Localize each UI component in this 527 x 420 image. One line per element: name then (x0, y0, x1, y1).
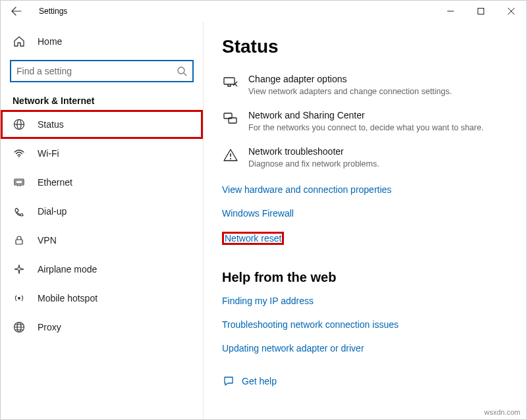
setting-title: Network troubleshooter (248, 145, 379, 159)
help-link-ip[interactable]: Finding my IP address (222, 296, 314, 306)
svg-rect-7 (16, 240, 22, 244)
setting-desc: View network adapters and change connect… (248, 86, 452, 98)
sidebar-item-vpn[interactable]: VPN (1, 226, 203, 255)
wifi-icon (13, 147, 26, 160)
search-placeholder: Find a setting (16, 66, 173, 76)
adapter-icon (222, 74, 239, 92)
proxy-icon (13, 321, 26, 334)
get-help-row[interactable]: Get help (222, 375, 508, 388)
settings-window: Settings Home Find a set (0, 0, 527, 420)
help-link-troubleshoot[interactable]: Troubleshooting network connection issue… (222, 319, 399, 330)
airplane-icon (13, 263, 26, 276)
sidebar-item-label: Dial-up (38, 206, 67, 217)
maximize-button[interactable] (466, 1, 496, 22)
sidebar-item-label: Mobile hotspot (38, 293, 97, 303)
svg-point-1 (178, 67, 184, 74)
sidebar-home[interactable]: Home (1, 27, 203, 56)
setting-desc: For the networks you connect to, decide … (248, 122, 484, 134)
link-network-reset[interactable]: Network reset (222, 232, 284, 245)
sidebar-item-hotspot[interactable]: Mobile hotspot (1, 284, 203, 313)
sidebar-item-ethernet[interactable]: Ethernet (1, 168, 203, 197)
sharing-icon (222, 111, 239, 128)
sidebar-item-label: Airplane mode (38, 264, 97, 275)
sidebar-item-wifi[interactable]: Wi-Fi (1, 139, 203, 168)
search-input[interactable]: Find a setting (10, 60, 194, 82)
get-help-link[interactable]: Get help (242, 376, 277, 386)
setting-desc: Diagnose and fix network problems. (248, 159, 379, 171)
warning-icon (222, 147, 239, 164)
sidebar-item-status[interactable]: Status (1, 110, 203, 139)
home-icon (13, 35, 26, 48)
setting-title: Network and Sharing Center (248, 109, 484, 122)
sidebar-section-title: Network & Internet (1, 89, 203, 110)
back-arrow-icon (11, 6, 22, 16)
maximize-icon (478, 8, 484, 14)
setting-sharing-center[interactable]: Network and Sharing Center For the netwo… (222, 109, 508, 134)
svg-rect-11 (224, 78, 235, 84)
close-icon (508, 8, 514, 14)
titlebar: Settings (1, 1, 526, 22)
chat-icon (222, 375, 235, 388)
link-windows-firewall[interactable]: Windows Firewall (222, 208, 294, 219)
search-icon (177, 66, 187, 76)
sidebar-home-label: Home (38, 36, 62, 47)
sidebar-item-label: Proxy (38, 322, 61, 332)
minimize-button[interactable] (435, 1, 466, 22)
vpn-icon (13, 234, 26, 247)
minimize-icon (447, 8, 454, 14)
ethernet-icon (13, 176, 26, 189)
sidebar: Home Find a setting Network & Internet S… (1, 22, 204, 419)
sidebar-item-label: VPN (38, 235, 57, 246)
window-title: Settings (39, 7, 67, 16)
sidebar-item-label: Ethernet (38, 177, 72, 188)
link-hardware-properties[interactable]: View hardware and connection properties (222, 184, 391, 195)
dialup-icon (13, 205, 26, 218)
help-heading: Help from the web (222, 270, 508, 285)
svg-point-14 (230, 158, 231, 159)
sidebar-item-dialup[interactable]: Dial-up (1, 197, 203, 226)
watermark: wsxdn.com (484, 408, 520, 416)
sidebar-item-proxy[interactable]: Proxy (1, 313, 203, 342)
sidebar-item-airplane[interactable]: Airplane mode (1, 255, 203, 284)
setting-troubleshooter[interactable]: Network troubleshooter Diagnose and fix … (222, 145, 508, 170)
hotspot-icon (13, 292, 26, 305)
setting-adapter-options[interactable]: Change adapter options View network adap… (222, 73, 508, 97)
sidebar-item-label: Status (38, 119, 64, 130)
sidebar-item-label: Wi-Fi (38, 148, 59, 159)
status-icon (13, 118, 26, 131)
content-area: Status Change adapter options View netwo… (204, 22, 526, 419)
page-title: Status (222, 36, 508, 57)
close-button[interactable] (496, 1, 526, 22)
svg-rect-0 (478, 9, 484, 14)
svg-point-8 (18, 297, 20, 300)
svg-rect-6 (16, 180, 22, 184)
back-button[interactable] (6, 1, 27, 22)
setting-title: Change adapter options (248, 73, 452, 86)
help-link-update-adapter[interactable]: Updating network adapter or driver (222, 343, 364, 354)
svg-point-4 (18, 156, 20, 157)
